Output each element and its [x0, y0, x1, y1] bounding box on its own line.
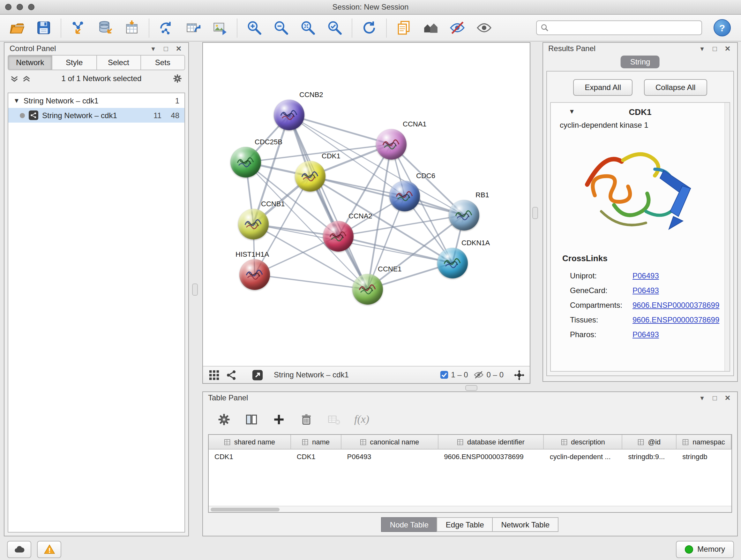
warnings-button[interactable]: [37, 541, 61, 558]
tab-select[interactable]: Select: [97, 56, 141, 70]
tab-edge-table[interactable]: Edge Table: [437, 517, 493, 532]
help-button[interactable]: ?: [714, 19, 731, 37]
crosslink-value[interactable]: P06493: [632, 271, 659, 280]
zoom-in-button[interactable]: [246, 19, 263, 37]
zoom-out-button[interactable]: [273, 19, 290, 37]
panel-close-icon[interactable]: ✕: [174, 44, 183, 53]
network-node-ccne1[interactable]: [352, 274, 383, 305]
network-collection-row[interactable]: ▼ String Network – cdk1 1: [8, 93, 185, 108]
panel-close-icon[interactable]: ✕: [723, 394, 732, 402]
network-canvas[interactable]: CCNB2 CCNA1 CDC25B CDK1 CDC6 RB1 CCNB1 C…: [203, 43, 530, 367]
refresh-layout-button[interactable]: [360, 19, 378, 37]
panel-float-icon[interactable]: □: [161, 45, 171, 52]
column-header-shared-name[interactable]: shared name: [209, 435, 291, 449]
tab-string[interactable]: String: [621, 56, 660, 68]
network-node-cdk1[interactable]: [295, 161, 326, 192]
network-node-ccnb1[interactable]: [238, 209, 269, 240]
column-header-database-identifier[interactable]: database identifier: [438, 435, 544, 449]
panel-close-icon[interactable]: ✕: [723, 44, 732, 53]
network-node-cdc25b[interactable]: [230, 147, 261, 178]
results-scrollbar[interactable]: [724, 103, 730, 371]
column-header-namespac[interactable]: namespac: [677, 435, 731, 449]
fit-content-crosshair-icon[interactable]: [513, 369, 525, 381]
expand-all-button[interactable]: Expand All: [574, 79, 632, 96]
save-session-button[interactable]: [35, 19, 52, 37]
zoom-fit-button[interactable]: [299, 19, 317, 37]
tab-network-table[interactable]: Network Table: [492, 517, 559, 532]
import-database-button[interactable]: [96, 19, 114, 37]
protein-thumbnail-icon: [382, 137, 401, 151]
vertical-splitter-right[interactable]: [532, 207, 538, 219]
function-builder-button[interactable]: f(x): [354, 413, 369, 426]
network-from-table-button[interactable]: [185, 19, 202, 37]
tree-expand-caret-icon[interactable]: ▼: [13, 97, 20, 104]
network-view-toolbar: String Network – cdk1 1 – 0 0 – 0: [203, 366, 530, 383]
gear-icon[interactable]: [172, 73, 183, 84]
column-header-description[interactable]: description: [544, 435, 623, 449]
column-header-id[interactable]: @id: [622, 435, 677, 449]
network-node-ccnb2[interactable]: [274, 100, 305, 130]
network-node-ccna2[interactable]: [323, 221, 354, 252]
network-node-cdkn1a[interactable]: [437, 248, 468, 278]
node-label-ccnb2: CCNB2: [299, 91, 323, 98]
column-sort-icon: [302, 438, 309, 445]
show-hide-button[interactable]: [475, 19, 493, 37]
tab-sets[interactable]: Sets: [141, 56, 185, 70]
show-columns-icon[interactable]: [245, 413, 259, 427]
open-in-new-window-icon[interactable]: [252, 369, 263, 381]
search-field[interactable]: [536, 20, 702, 35]
main-toolbar: ?: [0, 15, 741, 42]
export-image-button[interactable]: [211, 19, 228, 37]
panel-collapse-icon[interactable]: ▾: [697, 394, 706, 402]
column-header-canonical-name[interactable]: canonical name: [341, 435, 439, 449]
vertical-splitter-left[interactable]: [192, 284, 198, 296]
collapse-all-button[interactable]: Collapse All: [644, 79, 707, 96]
home-networks-button[interactable]: [422, 19, 439, 37]
delete-column-trash-icon[interactable]: [299, 413, 313, 427]
add-column-icon[interactable]: [272, 413, 286, 427]
crosslink-value[interactable]: P06493: [632, 286, 659, 295]
network-tree: ▼ String Network – cdk1 1 String Network…: [8, 92, 185, 533]
column-header-name[interactable]: name: [291, 435, 341, 449]
import-network-button[interactable]: [70, 19, 87, 37]
network-node-hist1h1a[interactable]: [239, 259, 270, 290]
birds-eye-view-icon[interactable]: [208, 369, 219, 381]
cloud-icon: [13, 543, 25, 555]
tab-node-table[interactable]: Node Table: [381, 517, 437, 532]
duplicate-document-button[interactable]: [395, 19, 412, 37]
network-share-icon[interactable]: [225, 369, 237, 381]
crosslink-value[interactable]: 9606.ENSP00000378699: [632, 315, 719, 324]
network-node-cdc6[interactable]: [389, 181, 420, 211]
table-settings-gear-icon[interactable]: [217, 413, 231, 427]
table-row[interactable]: CDK1CDK1P064939606.ENSP00000378699cyclin…: [209, 449, 731, 463]
panel-float-icon[interactable]: □: [711, 394, 719, 401]
collapse-all-tree-icon[interactable]: [22, 74, 30, 83]
network-node-rb1[interactable]: [449, 200, 479, 231]
protein-thumbnail-icon: [236, 155, 255, 169]
node-label-cdc25b: CDC25B: [255, 138, 282, 145]
cloud-button[interactable]: [7, 541, 31, 558]
entry-collapse-caret-icon[interactable]: ▼: [569, 108, 575, 115]
tab-network[interactable]: Network: [8, 56, 53, 70]
memory-button[interactable]: Memory: [676, 541, 734, 558]
scrollbar-thumb[interactable]: [211, 507, 280, 511]
new-network-button[interactable]: [158, 19, 175, 37]
table-horizontal-scrollbar[interactable]: [209, 506, 731, 512]
crosslink-value[interactable]: 9606.ENSP00000378699: [632, 300, 719, 309]
status-bar: Memory: [0, 538, 741, 560]
panel-collapse-icon[interactable]: ▾: [149, 44, 158, 53]
open-session-button[interactable]: [8, 19, 25, 37]
import-table-button[interactable]: [123, 19, 140, 37]
tab-style[interactable]: Style: [53, 56, 97, 70]
panel-float-icon[interactable]: □: [711, 45, 719, 52]
hide-visual-mapping-button[interactable]: [449, 19, 466, 37]
horizontal-splitter[interactable]: [465, 385, 477, 391]
crosslink-value[interactable]: P06493: [632, 330, 659, 339]
table-cell: stringdb:9...: [622, 449, 677, 463]
expand-all-tree-icon[interactable]: [10, 74, 18, 83]
panel-collapse-icon[interactable]: ▾: [697, 44, 706, 53]
network-node-ccna1[interactable]: [376, 129, 407, 160]
search-input[interactable]: [552, 23, 697, 32]
zoom-selected-button[interactable]: [326, 19, 343, 37]
network-row-selected[interactable]: String Network – cdk1 11 48: [8, 108, 185, 123]
